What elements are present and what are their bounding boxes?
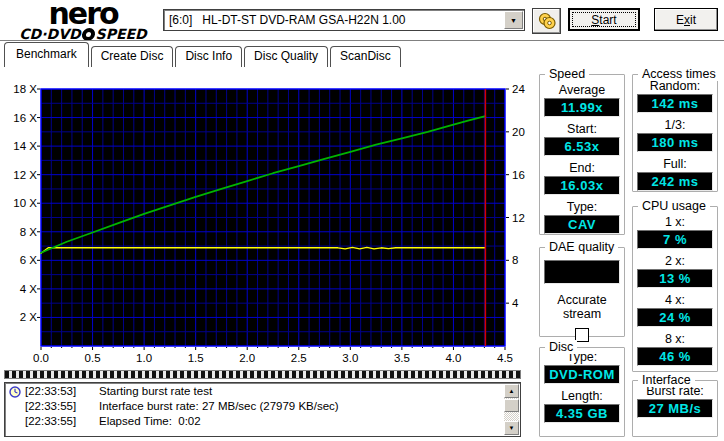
speed-type-value: CAV [544, 215, 620, 234]
disc-length-label: Length: [540, 389, 624, 403]
tab-disc-quality[interactable]: Disc Quality [244, 46, 328, 67]
product-name-right: SPEED [96, 27, 147, 41]
dae-quality-panel-title: DAE quality [545, 240, 618, 254]
cpu-usage-panel-title: CPU usage [638, 199, 710, 213]
svg-text:0.5: 0.5 [85, 352, 101, 364]
svg-text:16 X: 16 X [13, 112, 37, 124]
svg-text:4.0: 4.0 [445, 352, 461, 364]
log-timestamp: [22:33:53] [25, 385, 87, 398]
drive-select-dropdown-button[interactable]: ▼ [504, 11, 523, 29]
svg-text:14 X: 14 X [13, 140, 37, 152]
discs-icon [537, 12, 557, 30]
chevron-down-icon: ▼ [510, 17, 517, 24]
cpu-4x-label: 4 x: [633, 293, 717, 307]
svg-text:20: 20 [512, 126, 525, 138]
arrow-up-icon: ▲ [509, 388, 515, 394]
cpu-2x-value: 13 % [637, 269, 713, 288]
disc-panel: Disc Type: DVD-ROM Length: 4.35 GB [539, 347, 625, 437]
svg-text:0.0: 0.0 [33, 352, 49, 364]
speed-average-label: Average [540, 83, 624, 97]
access-times-panel-title: Access times [638, 67, 720, 81]
log-line: [22:33:55] Elapsed Time: 0:02 [5, 415, 520, 428]
svg-text:8: 8 [512, 254, 518, 266]
tab-bar: Benchmark Create Disc Disc Info Disc Qua… [4, 44, 403, 67]
speed-type-label: Type: [540, 200, 624, 214]
cpu-2x-label: 2 x: [633, 254, 717, 268]
nero-logo: nero CD·DVDSPEED [8, 1, 158, 41]
access-full-value: 242 ms [637, 172, 713, 191]
speed-start-value: 6.53x [544, 137, 620, 156]
log-message: Interface burst rate: 27 MB/sec (27979 K… [99, 400, 339, 413]
test-progress-bar [4, 370, 521, 379]
scroll-down-button[interactable]: ▼ [504, 421, 519, 435]
svg-text:12: 12 [512, 212, 525, 224]
svg-text:3.5: 3.5 [394, 352, 410, 364]
speed-start-label: Start: [540, 122, 624, 136]
log-timestamp: [22:33:55] [25, 400, 87, 413]
speed-end-label: End: [540, 161, 624, 175]
speed-panel: Speed Average 11.99x Start: 6.53x End: 1… [539, 74, 625, 235]
interface-panel-title: Interface [638, 373, 695, 387]
scroll-thumb[interactable] [504, 399, 519, 412]
nero-cd-dvd-speed-window: nero CD·DVDSPEED [6:0] HL-DT-ST DVD-RAM … [0, 0, 724, 441]
svg-text:8 X: 8 X [20, 226, 38, 238]
log-line: [22:33:55] Interface burst rate: 27 MB/s… [5, 400, 520, 413]
disc-length-value: 4.35 GB [544, 404, 620, 423]
svg-text:6 X: 6 X [20, 254, 38, 266]
burst-rate-value: 27 MB/s [637, 399, 713, 418]
access-random-value: 142 ms [637, 94, 713, 113]
speed-end-value: 16.03x [544, 176, 620, 195]
extra-tests-button[interactable] [532, 8, 561, 34]
exit-button[interactable]: Exit [654, 8, 718, 31]
tab-disc-info[interactable]: Disc Info [175, 46, 242, 67]
log-scrollbar[interactable]: ▲ ▼ [504, 384, 519, 435]
accurate-stream-label: Accurate stream [540, 293, 624, 321]
access-full-label: Full: [633, 157, 717, 171]
svg-text:24: 24 [512, 83, 525, 95]
interface-panel: Interface Burst rate: 27 MB/s [632, 380, 718, 437]
speed-average-value: 11.99x [544, 98, 620, 117]
access-third-label: 1/3: [633, 118, 717, 132]
speed-panel-title: Speed [545, 67, 589, 81]
cpu-8x-value: 46 % [637, 347, 713, 366]
svg-text:1.0: 1.0 [136, 352, 152, 364]
svg-text:3.0: 3.0 [342, 352, 358, 364]
log-message: Elapsed Time: 0:02 [99, 415, 201, 428]
drive-select[interactable]: [6:0] HL-DT-ST DVD-RAM GSA-H22N 1.00 ▼ [163, 9, 525, 31]
arrow-down-icon: ▼ [509, 425, 515, 431]
scroll-up-button[interactable]: ▲ [504, 384, 519, 398]
tab-scandisc[interactable]: ScanDisc [330, 46, 401, 67]
log-box[interactable]: [22:33:53] Starting burst rate test [22:… [4, 382, 521, 437]
disc-type-value: DVD-ROM [544, 365, 620, 384]
header-separator [0, 40, 724, 42]
svg-text:12 X: 12 X [13, 169, 37, 181]
svg-text:18 X: 18 X [13, 83, 37, 95]
log-clock-icon [9, 386, 21, 398]
tab-create-disc[interactable]: Create Disc [91, 46, 174, 67]
svg-text:2.0: 2.0 [239, 352, 255, 364]
svg-text:4.5: 4.5 [497, 352, 513, 364]
svg-text:4 X: 4 X [20, 283, 38, 295]
cpu-8x-label: 8 x: [633, 332, 717, 346]
access-times-panel: Access times Random: 142 ms 1/3: 180 ms … [632, 74, 718, 192]
access-random-label: Random: [633, 79, 717, 93]
cpu-1x-label: 1 x: [633, 215, 717, 229]
svg-text:16: 16 [512, 169, 525, 181]
svg-text:1.5: 1.5 [188, 352, 204, 364]
log-timestamp: [22:33:55] [25, 415, 87, 428]
svg-text:10 X: 10 X [13, 197, 37, 209]
log-message: Starting burst rate test [99, 385, 212, 398]
svg-text:2.5: 2.5 [291, 352, 307, 364]
access-third-value: 180 ms [637, 133, 713, 152]
svg-text:4: 4 [512, 297, 519, 309]
dae-quality-panel: DAE quality Accurate stream [539, 247, 625, 337]
tab-benchmark[interactable]: Benchmark [4, 42, 89, 67]
start-button[interactable]: Start [568, 8, 640, 31]
product-name-left: CD·DVD [19, 27, 80, 41]
cpu-4x-value: 24 % [637, 308, 713, 327]
disc-panel-title: Disc [545, 340, 577, 354]
cpu-1x-value: 7 % [637, 230, 713, 249]
drive-select-value: [6:0] HL-DT-ST DVD-RAM GSA-H22N 1.00 [164, 13, 504, 27]
nero-logo-text: nero [8, 1, 158, 27]
benchmark-chart: 2 X4 X6 X8 X10 X12 X14 X16 X18 X48121620… [0, 67, 530, 367]
